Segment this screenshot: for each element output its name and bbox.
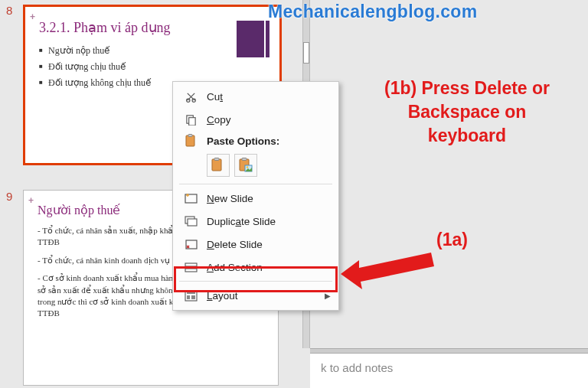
menu-add-section[interactable]: Add Section — [173, 256, 338, 279]
annotation-1b-line1: (1b) Press Delete or — [368, 77, 567, 100]
svg-rect-4 — [186, 135, 194, 146]
menu-new-slide[interactable]: New Slide — [173, 187, 338, 210]
svg-rect-14 — [188, 219, 197, 226]
menu-cut-label: Cut — [207, 91, 223, 103]
notes-placeholder: k to add notes — [321, 361, 393, 374]
delete-slide-icon — [181, 236, 201, 252]
notes-pane[interactable]: k to add notes — [310, 354, 588, 388]
slide-number-8: 8 — [6, 4, 12, 17]
paste-options-row — [173, 151, 338, 181]
menu-add-section-label: Add Section — [207, 262, 263, 273]
watermark-text: Mechanicalengblog.com — [268, 2, 477, 22]
annotation-1b-line2: Backspace on — [368, 100, 567, 124]
collapse-marker-icon: + — [30, 11, 35, 22]
notes-divider[interactable] — [310, 348, 588, 354]
menu-paste-row: Paste Options: — [173, 131, 338, 151]
menu-delete-slide-label: Delete Slide — [207, 239, 263, 250]
annotation-1b-line3: keyboard — [368, 124, 567, 148]
menu-separator — [179, 184, 332, 184]
menu-copy[interactable]: Copy — [173, 108, 338, 131]
bullet-item: Đối tượng chịu thuế — [39, 61, 266, 73]
annotation-arrow-icon — [341, 253, 440, 298]
menu-separator — [179, 281, 332, 282]
svg-rect-9 — [242, 158, 247, 161]
svg-rect-16 — [185, 263, 197, 266]
annotation-1b: (1b) Press Delete or Backspace on keyboa… — [368, 77, 567, 148]
svg-rect-7 — [214, 158, 219, 161]
duplicate-slide-icon — [181, 214, 201, 229]
annotation-1a: (1a) — [436, 230, 468, 250]
svg-rect-3 — [188, 117, 194, 125]
add-section-icon — [181, 259, 201, 275]
svg-point-11 — [247, 166, 249, 168]
menu-layout-label: Layout — [207, 290, 238, 302]
menu-cut[interactable]: Cut — [173, 85, 338, 108]
submenu-arrow-icon: ▶ — [325, 292, 331, 300]
svg-marker-23 — [341, 253, 434, 289]
copy-icon — [181, 112, 201, 127]
svg-rect-20 — [187, 295, 190, 299]
slide-context-menu: Cut Copy Paste Options: New Slide Duplic… — [172, 81, 339, 311]
menu-duplicate-slide[interactable]: Duplicate Slide — [173, 210, 338, 233]
new-slide-icon — [181, 191, 201, 206]
menu-duplicate-slide-label: Duplicate Slide — [207, 216, 276, 227]
paste-option-theme[interactable] — [207, 154, 230, 177]
paste-option-picture[interactable] — [234, 154, 257, 177]
collapse-marker-icon: + — [28, 195, 34, 206]
svg-rect-19 — [187, 292, 195, 294]
layout-icon — [181, 288, 201, 303]
menu-delete-slide[interactable]: Delete Slide — [173, 233, 338, 256]
menu-new-slide-label: New Slide — [207, 193, 253, 204]
scrollbar-thumb[interactable] — [303, 42, 309, 64]
menu-paste-header: Paste Options: — [207, 135, 279, 147]
menu-layout[interactable]: Layout ▶ — [173, 284, 338, 307]
paste-icon — [181, 133, 201, 148]
bullet-item: Người nộp thuế — [39, 45, 266, 57]
svg-rect-17 — [185, 269, 197, 272]
menu-copy-label: Copy — [207, 114, 231, 126]
cut-icon — [181, 89, 201, 104]
svg-rect-21 — [191, 295, 195, 299]
svg-rect-5 — [188, 135, 192, 137]
slide8-title: 3.2.1. Phạm vi áp dụng — [39, 19, 266, 36]
svg-rect-6 — [212, 159, 221, 171]
slide-number-9: 9 — [6, 190, 12, 203]
slide-decoration-bar-thin — [266, 21, 270, 57]
